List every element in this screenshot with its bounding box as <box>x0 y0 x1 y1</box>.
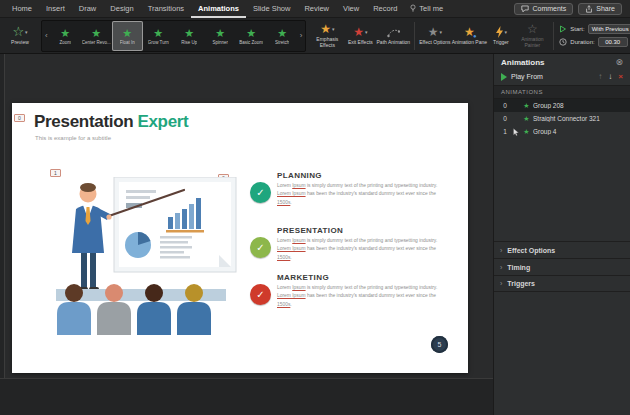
animation-name: Straight Connector 321 <box>533 115 600 122</box>
move-down-icon[interactable]: ↓ <box>608 72 612 81</box>
pane-section-timing[interactable]: ›Timing <box>494 258 630 275</box>
check-circle-icon: ✓ <box>250 284 271 305</box>
animation-name: Group 208 <box>533 102 564 109</box>
gallery-item-zoom[interactable]: ★Zoom <box>50 21 81 51</box>
section-heading: PLANNING <box>277 171 456 180</box>
entrance-star-icon: ★ <box>522 128 531 136</box>
gallery-item-basic-zoom[interactable]: ★Basic Zoom <box>236 21 267 51</box>
pane-title: Animations <box>501 58 545 67</box>
slide-section-planning[interactable]: ✓PLANNINGLorem Ipsum is simply dummy tex… <box>250 171 456 207</box>
gallery-item-stretch[interactable]: ★Stretch <box>267 21 298 51</box>
entrance-star-icon: ★ <box>522 115 531 123</box>
share-button[interactable]: Share <box>578 3 622 15</box>
menu-tab-draw[interactable]: Draw <box>72 0 104 18</box>
thumbnail-rail[interactable] <box>0 54 5 378</box>
gallery-item-spinner[interactable]: ★Spinner <box>205 21 236 51</box>
menu-tab-animations[interactable]: Animations <box>191 0 246 18</box>
pane-sections: ›Effect Options›Timing›Triggers <box>494 241 630 292</box>
animations-ribbon: ☆▾ Preview ‹ ★Zoom★Center Revo...★Float … <box>0 18 630 54</box>
gallery-item-rise-up[interactable]: ★Rise Up <box>174 21 205 51</box>
gallery-scroll-left-icon[interactable]: ‹ <box>43 31 50 40</box>
tell-me-label: Tell me <box>419 4 443 13</box>
close-pane-icon[interactable]: ⊗ <box>615 58 623 67</box>
animation-order: 0 <box>499 102 511 109</box>
caret-down-icon: ▾ <box>365 25 368 39</box>
emphasis-effects-label: Emphasis Effects <box>309 37 345 49</box>
animation-order-badge[interactable]: 0 <box>14 114 25 122</box>
animation-gallery-items: ★Zoom★Center Revo...★Float In★Grow Turn★… <box>50 21 298 51</box>
blue-dot-icon: ● <box>473 33 477 39</box>
notes-strip[interactable] <box>0 378 493 415</box>
delete-animation-icon[interactable]: × <box>618 72 623 81</box>
menu-tab-transitions[interactable]: Transitions <box>141 0 191 18</box>
slide-title[interactable]: PresentationExpert <box>34 112 188 132</box>
share-icon <box>585 5 593 13</box>
gallery-item-float-in[interactable]: ★Float In <box>112 21 143 51</box>
clock-icon <box>559 38 567 46</box>
path-animation-button[interactable]: Path Animation <box>375 19 411 53</box>
slide-section-presentation[interactable]: ✓PRESENTATIONLorem Ipsum is simply dummy… <box>250 226 456 262</box>
preview-button[interactable]: ☆▾ Preview <box>2 19 38 53</box>
chevron-right-icon: › <box>500 264 502 271</box>
gallery-item-center-revo[interactable]: ★Center Revo... <box>81 21 112 51</box>
exit-effects-label: Exit Effects <box>348 40 373 46</box>
motion-path-icon <box>387 27 400 38</box>
start-play-icon <box>559 25 567 33</box>
gallery-item-label: Rise Up <box>181 40 197 45</box>
trigger-button[interactable]: ▾ Trigger <box>487 19 514 53</box>
section-body-text: Lorem Ipsum is simply dummy text of the … <box>277 284 449 309</box>
play-from-button[interactable]: Play From <box>511 73 543 80</box>
animation-order-badge[interactable]: 1 <box>50 169 61 177</box>
animation-item-straight-connector-321[interactable]: 0★Straight Connector 321 <box>494 112 630 125</box>
comments-button[interactable]: Comments <box>514 3 573 15</box>
animation-gallery: ‹ ★Zoom★Center Revo...★Float In★Grow Tur… <box>41 20 306 52</box>
tell-me-button[interactable]: Tell me <box>404 4 449 13</box>
gallery-scroll-right-icon[interactable]: › <box>298 31 305 40</box>
entrance-star-icon: ★ <box>91 27 101 39</box>
start-label: Start: <box>570 26 584 32</box>
cursor-icon <box>513 128 520 136</box>
animation-name: Group 4 <box>533 128 557 135</box>
animation-painter-button[interactable]: ☆ Animation Painter <box>514 19 550 53</box>
slide-section-marketing[interactable]: ✓MARKETINGLorem Ipsum is simply dummy te… <box>250 273 456 309</box>
entrance-star-icon: ★ <box>122 27 132 39</box>
emphasis-star-icon: ★ <box>320 22 331 36</box>
lightbulb-icon <box>410 4 416 13</box>
duration-input[interactable]: 00.30 <box>598 37 628 47</box>
pane-section-effect-options[interactable]: ›Effect Options <box>494 241 630 258</box>
animations-list-header: ANIMATIONS <box>494 85 630 99</box>
preview-label: Preview <box>11 40 29 46</box>
caret-down-icon: ▾ <box>25 25 28 39</box>
trigger-label: Trigger <box>493 40 509 46</box>
section-heading: PRESENTATION <box>277 226 456 235</box>
start-dropdown[interactable]: With Previous <box>588 24 630 34</box>
menu-tab-insert[interactable]: Insert <box>39 0 72 18</box>
menu-tab-review[interactable]: Review <box>297 0 336 18</box>
slide[interactable]: 0 PresentationExpert This is example for… <box>12 103 468 373</box>
menu-tab-view[interactable]: View <box>336 0 366 18</box>
caret-down-icon: ▾ <box>505 25 508 39</box>
exit-effects-button[interactable]: ★▾ Exit Effects <box>345 19 375 53</box>
animation-pane-button[interactable]: ★● Animation Pane <box>451 19 487 53</box>
gallery-item-grow-turn[interactable]: ★Grow Turn <box>143 21 174 51</box>
menu-tab-design[interactable]: Design <box>103 0 140 18</box>
effect-options-button[interactable]: ★▾ Effect Options <box>418 19 451 53</box>
slide-subtitle[interactable]: This is example for a subtitle <box>35 135 111 141</box>
menu-tab-home[interactable]: Home <box>5 0 39 18</box>
topbar-actions: Comments Share <box>514 3 625 15</box>
slide-title-part1: Presentation <box>34 112 133 131</box>
caret-down-icon: ▾ <box>332 22 335 36</box>
emphasis-effects-button[interactable]: ★▾ Emphasis Effects <box>309 19 345 53</box>
menu-tab-slide-show[interactable]: Slide Show <box>246 0 298 18</box>
animation-item-group-208[interactable]: 0★Group 208 <box>494 99 630 112</box>
move-up-icon[interactable]: ↑ <box>598 72 602 81</box>
animation-order: 1 <box>499 128 511 135</box>
duration-value: 00.30 <box>605 39 620 45</box>
lightning-bolt-icon <box>495 26 504 38</box>
animation-list: 0★Group 2080★Straight Connector 3211★Gro… <box>494 99 630 238</box>
animation-item-group-4[interactable]: 1★Group 4 <box>494 125 630 138</box>
menu-tab-record[interactable]: Record <box>366 0 404 18</box>
gallery-item-label: Center Revo... <box>82 40 111 45</box>
pane-section-triggers[interactable]: ›Triggers <box>494 275 630 292</box>
pane-section-label: Timing <box>507 264 530 271</box>
